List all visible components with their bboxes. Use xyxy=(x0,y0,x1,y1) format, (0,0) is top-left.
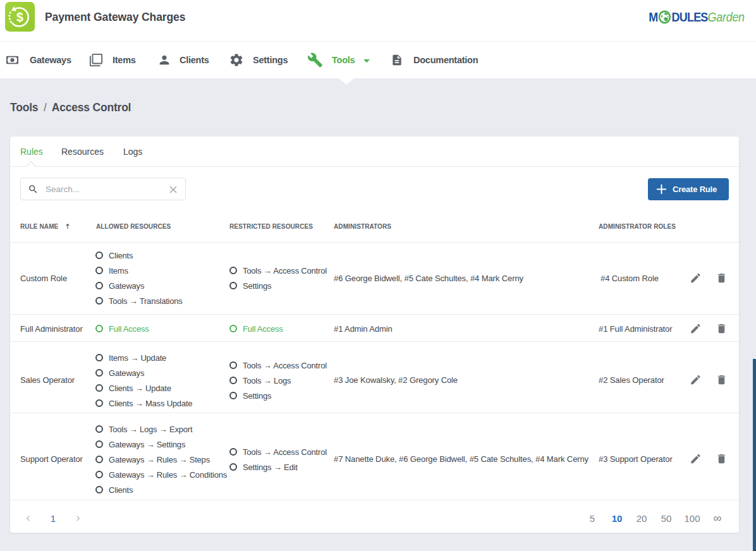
svg-text:$: $ xyxy=(16,10,23,24)
